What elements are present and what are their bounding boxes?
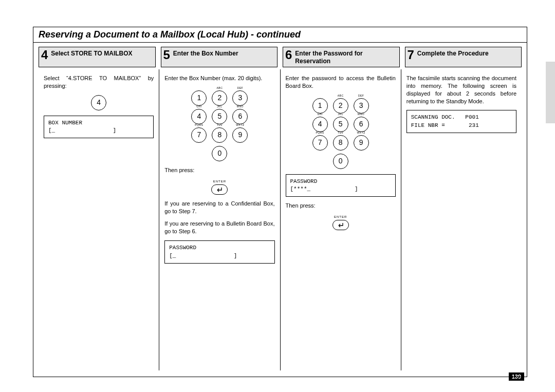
step-4-number: 4 [41,49,48,61]
step-6-text: Enter the password to access the Bulleti… [286,74,396,90]
keypad-key-2: 2ABC [333,98,348,114]
keypad-key-9: 9WXYZ [354,135,369,151]
keypad-letters-2: ABC [334,94,348,98]
step-4-title: Select STORE TO MAILBOX [51,49,132,58]
keypad-illustration-6: 12ABC3DEF4GHI5JKL6MNO7PQRS8TUV9WXYZ0 [310,95,372,169]
keypad-key-5: 5JKL [333,117,348,132]
enter-label: ENTER [164,179,274,183]
step-7-number: 7 [408,49,414,61]
step-5-column: Enter the Box Number (max. 20 digits). 1… [159,69,280,370]
page-title: Reserving a Document to a Mailbox (Local… [33,27,527,43]
keypad-letters-2: ABC [212,86,227,90]
step-6-lcd: PASSWORD [****_ ] [286,174,396,197]
step-headers: 4 Select STORE TO MAILBOX 5 Enter the Bo… [33,43,527,67]
keypad-letters-5: JKL [212,105,227,108]
step-5-number: 5 [163,49,170,61]
keypad-illustration-5: 12ABC3DEF4GHI5JKL6MNO7PQRS8TUV9WXYZ0 [189,87,250,161]
step-7-text: The facsimile starts scanning the docume… [406,74,516,105]
step-5-text-2: If you are reserving to a Confidential B… [164,200,274,215]
keypad-letters-6: MNO [354,113,368,116]
keypad-key-7: 7PQRS [312,135,328,151]
step-5-lcd: PASSWORD [_ ] [164,240,274,264]
keypad-letters-4: GHI [313,113,327,116]
step-6-header: 6 Enter the Password for Reservation [283,47,400,67]
step-5-text: Enter the Box Number (max. 20 digits). [164,74,274,82]
step-5-title: Enter the Box Number [173,49,238,58]
step-7-title: Complete the Procedure [417,49,489,58]
step-4-lcd: BOX NUMBER [_ ] [44,116,154,139]
keypad-letters-8: TUV [334,131,348,135]
keypad-letters-9: WXYZ [354,131,368,135]
step-6-number: 6 [285,49,292,61]
keypad-key-4: 4GHI [191,109,207,124]
keypad-letters-7: PQRS [192,123,206,127]
keypad-key-3: 3DEF [354,98,369,114]
key-4-illustration: 4 [84,95,113,110]
keypad-key-3: 3DEF [232,90,248,106]
step-7-header: 7 Complete the Procedure [405,47,522,67]
keypad-key-6: 6MNO [354,117,369,132]
keypad-key-4: 4GHI [312,117,328,132]
keypad-key-8: 8TUV [333,135,348,151]
keypad-letters-8: TUV [212,123,227,127]
enter-icon [332,220,349,230]
step-7-lcd: SCANNING DOC. P001 FILE NBR = 231 [406,110,516,133]
keypad-key-7: 7PQRS [191,127,207,143]
keypad-letters-3: DEF [233,86,247,90]
keypad-letters-5: JKL [334,113,348,116]
keypad-key-2: 2ABC [212,90,227,106]
keypad-key-6: 6MNO [232,109,248,124]
enter-icon [211,184,228,195]
keypad-key-1: 1 [191,90,207,106]
step-7-column: The facsimile starts scanning the docume… [401,69,522,370]
page-thumb-tab [546,62,555,123]
keypad-letters-4: GHI [192,105,206,108]
step-4-column: Select “4.STORE TO MAILBOX” by pressing:… [39,69,159,370]
keypad-key-0: 0 [212,146,227,161]
enter-key-6: ENTER [286,215,396,230]
step-6-column: Enter the password to access the Bulleti… [280,69,401,370]
step-4-text: Select “4.STORE TO MAILBOX” by pressing: [44,74,154,90]
keypad-key-0: 0 [333,154,348,169]
keypad-key-4: 4 [91,95,106,110]
step-5-text-3: If you are reserving to a Bulletin Board… [164,220,274,235]
enter-key-5: ENTER [164,179,274,195]
keypad-letters-9: WXYZ [233,123,247,127]
keypad-key-5: 5JKL [212,109,227,124]
keypad-key-1: 1 [312,98,328,114]
keypad-letters-6: MNO [233,105,247,108]
step-6-title: Enter the Password for Reservation [295,49,396,65]
keypad-key-8: 8TUV [212,127,227,143]
columns: Select “4.STORE TO MAILBOX” by pressing:… [33,67,527,376]
step-4-header: 4 Select STORE TO MAILBOX [39,47,156,67]
step-5-header: 5 Enter the Box Number [161,47,278,67]
step-6-then: Then press: [286,202,396,210]
keypad-letters-3: DEF [354,94,368,98]
enter-label: ENTER [286,215,396,219]
keypad-key-9: 9WXYZ [232,127,248,143]
content-frame: Reserving a Document to a Mailbox (Local… [33,27,527,377]
step-5-then: Then press: [164,166,274,174]
keypad-letters-7: PQRS [313,131,327,135]
